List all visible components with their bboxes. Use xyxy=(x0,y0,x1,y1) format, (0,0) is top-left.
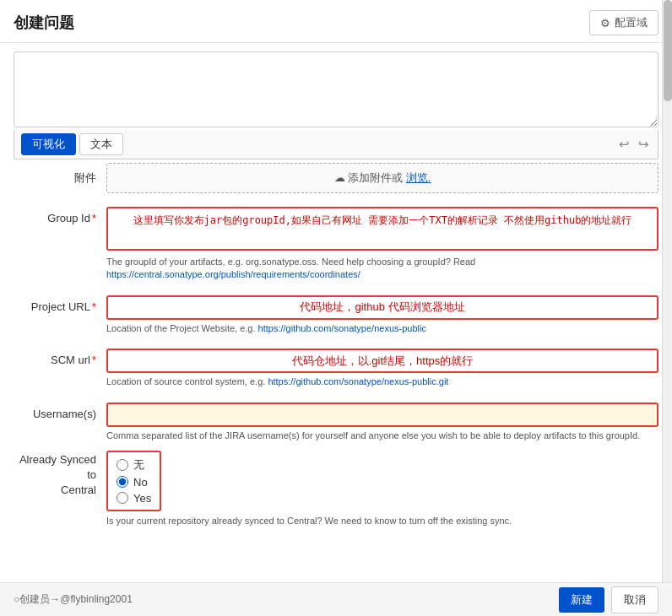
page-title: 创建问题 xyxy=(14,13,74,33)
cloud-upload-icon: ☁ xyxy=(334,171,349,184)
attachment-label: 附件 xyxy=(14,170,106,186)
sync-option-yes-label: Yes xyxy=(133,492,151,505)
sync-row: Already Synced to Central 无 No xyxy=(14,451,658,527)
editor-actions: ↩ ↪ xyxy=(617,135,651,154)
scm-url-field: Location of source control system, e.g. … xyxy=(106,349,658,388)
project-url-row: Project URL Location of the Project Webs… xyxy=(14,290,658,335)
username-row: Username(s) Comma separated list of the … xyxy=(14,397,658,442)
scm-url-hint: Location of source control system, e.g. … xyxy=(106,376,658,388)
attachment-dropzone[interactable]: ☁ 添加附件或 浏览. xyxy=(106,163,658,193)
sync-hint: Is your current repository already synce… xyxy=(106,515,658,527)
project-url-label: Project URL xyxy=(14,295,106,313)
bottom-user-info: ○创建员→@flybinling2001 xyxy=(14,592,133,607)
form-section: Group Id 这里填写你发布jar包的groupId,如果自己有网址 需要添… xyxy=(14,202,658,527)
sync-field: 无 No Yes Is your current repository alre… xyxy=(106,451,658,527)
sync-radio-yes[interactable] xyxy=(117,492,128,504)
editor-tabs: 可视化 文本 xyxy=(21,133,123,155)
attachment-row: 附件 ☁ 添加附件或 浏览. xyxy=(14,159,658,193)
create-button[interactable]: 新建 xyxy=(559,587,604,613)
attachment-text: 添加附件或 浏览. xyxy=(348,171,431,184)
undo-button[interactable]: ↩ xyxy=(617,135,631,154)
tab-visual[interactable]: 可视化 xyxy=(21,133,76,155)
group-id-hint-text: The groupId of your artifacts, e.g. org.… xyxy=(106,257,475,267)
sync-option-none[interactable]: 无 xyxy=(117,457,151,473)
sync-label-line1: Already Synced to xyxy=(19,453,96,481)
username-input[interactable] xyxy=(108,404,657,425)
redo-button[interactable]: ↪ xyxy=(637,135,651,154)
username-field: Comma separated list of the JIRA usernam… xyxy=(106,403,658,442)
sync-label-line2: Central xyxy=(61,484,96,496)
sync-label: Already Synced to Central xyxy=(14,451,106,499)
page-header: 创建问题 ⚙ 配置域 xyxy=(0,0,672,43)
sync-radio-no[interactable] xyxy=(117,476,128,488)
sync-option-no-label: No xyxy=(133,476,148,489)
cancel-button[interactable]: 取消 xyxy=(611,586,658,613)
tab-text[interactable]: 文本 xyxy=(79,133,123,155)
scm-url-hint-link[interactable]: https://github.com/sonatype/nexus-public… xyxy=(268,376,448,386)
editor-toolbar: 可视化 文本 ↩ ↪ xyxy=(14,130,658,159)
project-url-hint-text: Location of the Project Website, e.g. xyxy=(106,323,256,333)
sync-option-yes[interactable]: Yes xyxy=(117,492,151,505)
scrollbar-track[interactable] xyxy=(662,0,672,616)
scm-url-label: SCM url xyxy=(14,349,106,366)
project-url-hint: Location of the Project Website, e.g. ht… xyxy=(106,322,658,335)
bottom-bar: ○创建员→@flybinling2001 新建 取消 xyxy=(0,582,672,616)
group-id-label: Group Id xyxy=(14,207,106,224)
scm-url-hint-text: Location of source control system, e.g. xyxy=(106,376,265,386)
sync-radio-none[interactable] xyxy=(117,459,128,471)
username-hint: Comma separated list of the JIRA usernam… xyxy=(106,430,658,442)
username-input-wrapper xyxy=(106,403,658,427)
browse-link[interactable]: 浏览. xyxy=(406,171,431,184)
group-id-hint-link[interactable]: https://central.sonatype.org/publish/req… xyxy=(106,269,360,279)
project-url-field: Location of the Project Website, e.g. ht… xyxy=(106,295,658,335)
project-url-hint-link[interactable]: https://github.com/sonatype/nexus-public xyxy=(258,323,426,333)
sync-options-box: 无 No Yes xyxy=(106,451,161,511)
config-button[interactable]: ⚙ 配置域 xyxy=(589,10,658,35)
main-content: 可视化 文本 ↩ ↪ 附件 ☁ 添加附件或 浏览. Group Id xyxy=(0,43,672,527)
config-button-label: 配置域 xyxy=(615,15,648,30)
group-id-hint: The groupId of your artifacts, e.g. org.… xyxy=(106,256,658,282)
scrollbar-thumb[interactable] xyxy=(664,0,672,101)
group-id-row: Group Id 这里填写你发布jar包的groupId,如果自己有网址 需要添… xyxy=(14,202,658,282)
description-textarea[interactable] xyxy=(14,51,658,127)
gear-icon: ⚙ xyxy=(600,17,610,30)
scm-url-input[interactable] xyxy=(106,349,658,373)
group-id-field: 这里填写你发布jar包的groupId,如果自己有网址 需要添加一个TXT的解析… xyxy=(106,207,658,282)
top-textarea-row: 可视化 文本 ↩ ↪ xyxy=(14,43,658,159)
page-container: 创建问题 ⚙ 配置域 可视化 文本 ↩ ↪ 附件 xyxy=(0,0,672,616)
group-id-input[interactable]: 这里填写你发布jar包的groupId,如果自己有网址 需要添加一个TXT的解析… xyxy=(106,207,658,251)
sync-option-no[interactable]: No xyxy=(117,476,151,489)
sync-option-none-label: 无 xyxy=(133,457,144,473)
project-url-input[interactable] xyxy=(106,295,658,320)
scm-url-row: SCM url Location of source control syste… xyxy=(14,343,658,388)
username-label: Username(s) xyxy=(14,403,106,420)
